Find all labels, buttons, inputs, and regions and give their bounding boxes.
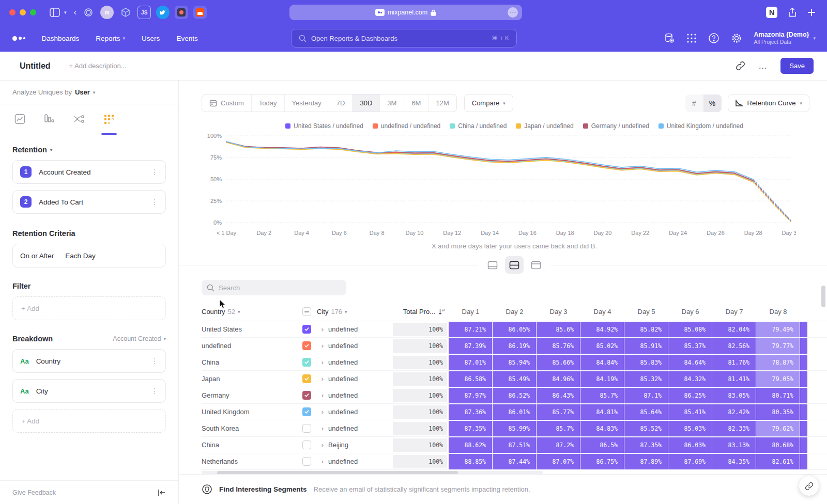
retention-value-cell[interactable]: 87.44% <box>493 454 536 469</box>
settings-gear-icon[interactable] <box>731 33 742 44</box>
retention-value-cell[interactable]: 85.77% <box>537 404 580 420</box>
apps-grid-icon[interactable] <box>686 33 697 43</box>
retention-value-cell[interactable]: 87.39% <box>449 338 492 354</box>
tab-funnels[interactable] <box>44 104 54 134</box>
add-description[interactable]: + Add description... <box>69 62 127 70</box>
breakdown-property-card[interactable]: AaCity⋮ <box>12 379 166 403</box>
kebab-menu-icon[interactable]: ⋮ <box>151 168 158 176</box>
retention-section-title[interactable]: Retention <box>12 146 47 154</box>
row-checkbox[interactable] <box>302 374 317 383</box>
retention-step-card[interactable]: 1Account Created⋮ <box>12 160 166 184</box>
range-yesterday[interactable]: Yesterday <box>284 94 329 112</box>
retention-value-cell[interactable]: 85.94% <box>493 355 536 370</box>
legend-item[interactable]: Japan / undefined <box>516 122 573 130</box>
retention-line-chart[interactable]: 100%75%50%25%0%< 1 DayDay 2Day 4Day 6Day… <box>202 131 796 240</box>
retention-value-cell[interactable]: 86.75% <box>580 454 624 469</box>
table-search-input[interactable]: Search <box>202 280 346 295</box>
analyze-uniques-value[interactable]: User <box>75 88 90 96</box>
retention-value-cell[interactable]: 85.37% <box>668 338 712 354</box>
retention-value-cell[interactable]: 85.6% <box>537 322 580 337</box>
retention-value-cell[interactable]: 87.36% <box>449 404 492 420</box>
kebab-menu-icon[interactable]: ⋮ <box>151 357 158 365</box>
table-row[interactable]: Germany›undefined100%87.97%86.52%86.43%8… <box>202 387 827 404</box>
retention-value-cell[interactable]: 88.85% <box>449 454 492 469</box>
retention-step-card[interactable]: 2Added To Cart⋮ <box>12 190 166 214</box>
layout-chart-only-button[interactable] <box>483 256 502 274</box>
breakdown-add-button[interactable]: + Add <box>12 409 166 433</box>
retention-value-cell[interactable]: 87.2% <box>537 437 580 453</box>
column-header-day-7[interactable]: Day 7 <box>712 308 756 316</box>
table-row[interactable]: United States›undefined100%87.21%86.05%8… <box>202 321 827 338</box>
retention-value-cell[interactable]: 84.92% <box>580 322 624 337</box>
legend-item[interactable]: Germany / undefined <box>583 122 649 130</box>
save-button[interactable]: Save <box>780 58 814 74</box>
select-all-checkbox[interactable] <box>302 307 311 316</box>
url-more-icon[interactable]: ⋯ <box>508 7 518 18</box>
row-expand-chevron-icon[interactable]: › <box>317 424 328 432</box>
retention-value-cell[interactable]: 87.01% <box>449 355 492 370</box>
table-row[interactable]: China›Beijing100%88.62%87.51%87.2%86.5%8… <box>202 437 827 453</box>
nav-reports[interactable]: Reports▾ <box>96 35 125 42</box>
share-icon[interactable] <box>788 7 797 18</box>
retention-value-cell[interactable]: 79.77% <box>756 338 800 354</box>
range-7d[interactable]: 7D <box>329 94 353 112</box>
table-row[interactable]: Japan›undefined100%86.58%85.49%84.96%84.… <box>202 371 827 387</box>
criteria-on-or-after[interactable]: On or After <box>20 252 54 260</box>
column-header-day-5[interactable]: Day 5 <box>624 308 668 316</box>
table-row[interactable]: undefined›undefined100%87.39%86.19%85.76… <box>202 338 827 354</box>
table-row[interactable]: China›undefined100%87.01%85.94%85.66%84.… <box>202 354 827 371</box>
row-expand-chevron-icon[interactable]: › <box>317 325 328 333</box>
retention-value-cell[interactable]: 87.35% <box>449 421 492 436</box>
retention-value-cell[interactable]: 79.49% <box>756 322 800 337</box>
legend-item[interactable]: United States / undefined <box>285 122 363 130</box>
more-menu[interactable]: ... <box>759 61 767 71</box>
row-expand-chevron-icon[interactable]: › <box>317 375 328 383</box>
retention-value-cell[interactable]: 85.66% <box>537 355 580 370</box>
range-today[interactable]: Today <box>251 94 284 112</box>
retention-value-cell[interactable]: 78.87% <box>756 355 800 370</box>
criteria-each-day[interactable]: Each Day <box>65 252 96 260</box>
tab-insights[interactable] <box>14 104 25 134</box>
retention-value-cell[interactable]: 84.81% <box>580 404 624 420</box>
row-expand-chevron-icon[interactable]: › <box>317 458 328 465</box>
column-header-country[interactable]: Country 52 ▾ <box>202 308 302 316</box>
data-management-icon[interactable] <box>664 33 675 44</box>
range-12m[interactable]: 12M <box>428 94 456 112</box>
row-checkbox[interactable] <box>302 341 317 350</box>
retention-value-cell[interactable]: 86.25% <box>668 388 712 403</box>
vertical-scrollbar-thumb[interactable] <box>821 286 825 307</box>
retention-value-cell[interactable]: 87.69% <box>668 454 712 469</box>
column-header-day-8[interactable]: Day 8 <box>756 308 800 316</box>
close-window-button[interactable] <box>9 9 16 15</box>
url-bar[interactable]: mixpanel.com ⋯ <box>289 5 522 20</box>
row-checkbox[interactable] <box>302 358 317 367</box>
retention-value-cell[interactable]: 86.19% <box>493 338 536 354</box>
retention-value-cell[interactable]: 84.84% <box>580 355 624 370</box>
global-search-input[interactable]: Open Reports & Dashboards ⌘ + K <box>291 29 517 48</box>
retention-criteria-card[interactable]: On or After Each Day <box>12 244 166 267</box>
retention-value-cell[interactable]: 85.7% <box>580 388 624 403</box>
retention-value-cell[interactable]: 87.97% <box>449 388 492 403</box>
retention-value-cell[interactable]: 83.13% <box>712 437 756 453</box>
retention-value-cell[interactable]: 86.05% <box>493 322 536 337</box>
retention-value-cell[interactable]: 84.64% <box>668 355 712 370</box>
layout-table-only-button[interactable] <box>527 256 545 274</box>
retention-value-cell[interactable]: 82.42% <box>712 404 756 420</box>
retention-value-cell[interactable]: 81.76% <box>712 355 756 370</box>
legend-item[interactable]: undefined / undefined <box>373 122 440 130</box>
absolute-count-toggle[interactable]: # <box>685 94 703 112</box>
kebab-menu-icon[interactable]: ⋮ <box>151 198 158 206</box>
retention-value-cell[interactable]: 83.05% <box>712 388 756 403</box>
retention-value-cell[interactable]: 85.7% <box>537 421 580 436</box>
column-header-day-1[interactable]: Day 1 <box>449 308 493 316</box>
row-checkbox[interactable] <box>302 424 317 433</box>
column-header-day-6[interactable]: Day 6 <box>668 308 712 316</box>
browser-extension-icon[interactable]: JS <box>137 6 151 19</box>
retention-value-cell[interactable]: 87.35% <box>624 437 668 453</box>
filter-add-button[interactable]: + Add <box>12 296 166 320</box>
retention-value-cell[interactable]: 82.33% <box>712 421 756 436</box>
retention-value-cell[interactable]: 88.62% <box>449 437 492 453</box>
table-row[interactable]: United Kingdom›undefined100%87.36%86.01%… <box>202 404 827 420</box>
nav-dashboards[interactable]: Dashboards <box>42 35 80 42</box>
retention-value-cell[interactable]: 87.89% <box>624 454 668 469</box>
